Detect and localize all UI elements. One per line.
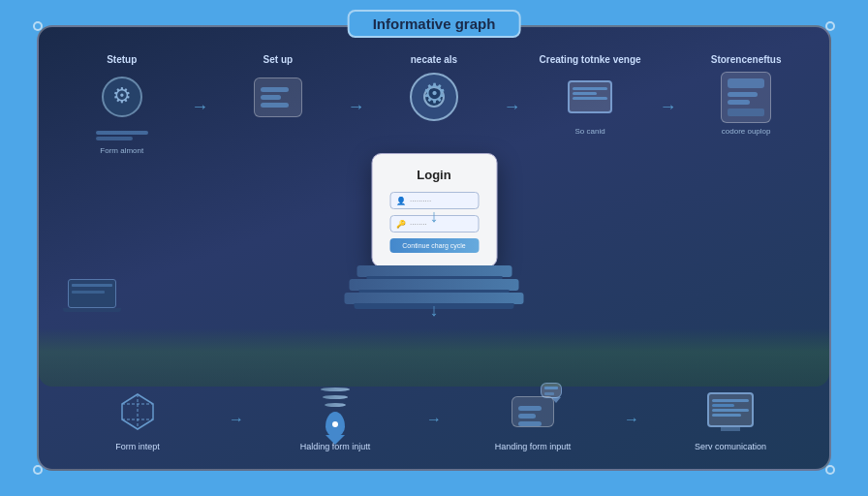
laptop-base [63,308,121,312]
corner-dot-br [825,465,835,475]
arrow-3: → [504,78,521,117]
bottom-label-form-intept: Form intept [115,442,160,451]
location-dot [332,421,338,427]
gear-icon: ⚙ [99,74,145,120]
laptop-screen [68,279,116,308]
step-setup2-icon [252,71,304,123]
username-placeholder: ·········· [410,197,431,205]
browser-card [512,396,554,427]
location-pin-container [326,412,345,437]
corner-dot-tr [825,21,835,31]
login-button[interactable]: Continue charg cycle [389,238,479,253]
bottom-arrow-down: ↓ [430,300,439,321]
step-creating-sub: So canid [574,127,604,136]
coin-1 [321,388,350,391]
step-creating: Creating totnke venge So canid [532,54,648,136]
bottom-icon-browser [508,387,558,437]
bottom-label-serv: Serv comunication [695,442,766,451]
bottom-icon-wireframe [112,387,163,437]
bottom-label-handing: Handing form inputt [495,442,572,451]
step-necate-icon: ⚙ [408,71,460,123]
wireframe-cube-icon [116,390,159,433]
main-container: Informative graph Stetup ⚙ Form almont →… [37,25,831,471]
big-gear-icon: ⚙ [408,71,460,123]
step-store-icon [720,71,772,123]
arrow-1: → [191,78,208,117]
center-arrow-down: ↓ [430,206,439,227]
monitor-container [707,392,754,431]
step-store-label: Storenceneftus [711,54,782,65]
center-login-section: Login 👤 ·········· 🔑 ········ Continue c… [345,153,524,304]
svg-text:⚙: ⚙ [421,78,446,108]
step-store-sub: codore ouplop [722,127,771,136]
step-setup: Stetup ⚙ Form almont [64,54,180,155]
chart-title: Informative graph [348,10,521,38]
coin-2 [323,395,348,399]
corner-dot-tl [33,21,43,31]
step-creating-icon [564,71,616,123]
bottom-step-halding: Halding form injutt [267,387,403,451]
coin-3 [325,403,346,407]
platform-slab-2 [350,279,519,291]
login-title: Login [389,168,479,182]
step-setup2: Set up [220,54,336,123]
bottom-icon-monitor [705,387,756,437]
bottom-step-handing: Handing form inputt [465,387,601,451]
login-platform [345,264,524,304]
step-necate: necate als ⚙ [376,54,492,123]
arrow-4: → [660,78,677,117]
svg-text:⚙: ⚙ [112,83,132,108]
step-setup-sub: Form almont [100,146,143,155]
corner-dot-bl [33,465,43,475]
bottom-arrow-3: → [624,411,639,428]
bottom-row: Form intept → Halding form injutt → [39,377,829,461]
step-creating-label: Creating totnke venge [540,54,641,65]
laptop-hint [68,279,121,312]
platform-slab-1 [356,265,512,277]
password-placeholder: ········ [410,220,427,229]
bottom-step-serv: Serv comunication [663,387,798,451]
bottom-icon-coins [310,387,360,437]
location-pin-icon [326,412,345,437]
step-setup-icon: ⚙ [96,71,148,123]
step-setup-label: Stetup [107,54,137,65]
arrow-2: → [347,78,364,117]
monitor-icon [707,392,754,427]
bottom-arrow-1: → [229,411,244,428]
lock-icon: 🔑 [396,220,406,229]
monitor-stand [721,427,740,431]
step-store: Storenceneftus codore ouplop [688,54,804,136]
step-setup2-label: Set up [264,54,294,65]
bottom-arrow-2: → [426,411,442,428]
speech-bubble-icon [541,383,562,398]
user-icon: 👤 [396,197,406,205]
step-necate-label: necate als [411,54,457,65]
bottom-step-form-intept: Form intept [70,387,205,451]
